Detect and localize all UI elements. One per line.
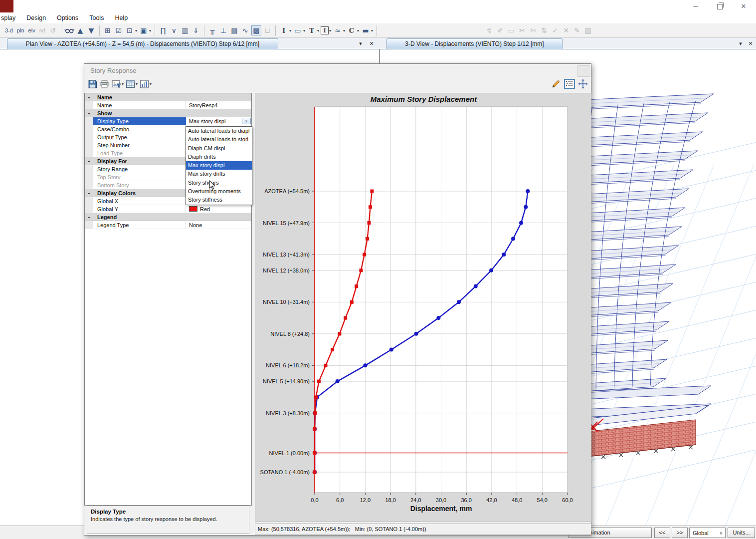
dropdown-arrow-icon[interactable]: ▾	[371, 28, 373, 33]
chart-icon[interactable]	[138, 78, 150, 90]
lightning-icon: ↯	[484, 25, 494, 35]
pencil-icon[interactable]	[550, 78, 562, 90]
property-row-name[interactable]: NameStoryResp4	[85, 101, 251, 109]
i-section-icon[interactable]: I	[279, 25, 289, 35]
property-value[interactable]: Max story displ∨	[186, 117, 251, 125]
dropdown-item-max-story-drifts[interactable]: Max story drifts	[186, 170, 252, 178]
dropdown-item-diaph-drifts[interactable]: Diaph drifts	[186, 153, 252, 161]
truss-section-icon[interactable]: ≈	[333, 25, 343, 35]
property-label: Legend Type	[93, 221, 186, 229]
collapse-chevron-icon[interactable]: ⌄	[85, 93, 93, 101]
property-row-display-type[interactable]: Display TypeMax story displ∨	[85, 117, 251, 125]
dropdown-arrow-icon[interactable]: ▾	[135, 28, 137, 33]
close-icon[interactable]: ✕	[736, 2, 751, 11]
load-arrows-icon[interactable]: ⇓	[191, 25, 201, 35]
tab-plan-view[interactable]: Plan View - AZOTEA (+54.5m) - Z = 54,5 (…	[7, 38, 278, 49]
dialog-corner-button[interactable]	[577, 65, 590, 77]
collapse-chevron-icon[interactable]: ⌄	[85, 213, 93, 221]
tab-menu-icon-right[interactable]: ▾	[736, 39, 745, 48]
dropdown-item-story-shears[interactable]: Story shears	[186, 179, 252, 187]
dropdown-arrow-icon[interactable]: ▾	[303, 28, 305, 33]
dropdown-item-max-story-displ[interactable]: Max story displ	[186, 161, 252, 170]
dropdown-item-diaph-cm-displ[interactable]: Diaph CM displ	[186, 144, 252, 153]
arrow-down-icon[interactable]: ▼	[86, 25, 96, 35]
property-value-text: StoryResp4	[189, 101, 217, 109]
solid-cube-icon[interactable]: ▣	[139, 25, 149, 35]
dropdown-arrow-icon[interactable]: ▾	[122, 82, 124, 86]
view-3d-button[interactable]: 3-d	[3, 26, 14, 34]
tab-close-icon[interactable]: ✕	[367, 39, 376, 48]
menu-item-splay[interactable]: splay	[0, 14, 21, 21]
minimize-icon[interactable]: ─	[688, 2, 703, 11]
dropdown-arrow-icon[interactable]: ▾	[150, 82, 152, 86]
tab-close-icon-right[interactable]: ✕	[746, 39, 755, 48]
property-row-legend-type[interactable]: Legend TypeNone	[85, 221, 251, 229]
dropdown-arrow-icon[interactable]: ▾	[317, 28, 319, 33]
draw-joint-icon[interactable]: ∨	[169, 25, 179, 35]
step-prev-button[interactable]: <<	[654, 528, 670, 538]
menu-item-tools[interactable]: Tools	[84, 14, 109, 21]
dropdown-arrow-icon[interactable]: ▾	[149, 28, 151, 33]
pan-icon[interactable]	[577, 78, 589, 90]
extrude-icon[interactable]: ⊡	[125, 25, 135, 35]
dropdown-item-auto-lateral-loads-to-stori[interactable]: Auto lateral loads to stori	[186, 135, 252, 144]
texture-icon[interactable]: ▩	[251, 25, 261, 35]
print-icon[interactable]	[98, 78, 110, 90]
arrow-up-icon[interactable]: ▲	[75, 25, 85, 35]
hull-icon: ⊔	[262, 25, 272, 35]
dropdown-arrow-icon[interactable]: ▾	[357, 28, 359, 33]
property-group-show[interactable]: ⌄Show	[85, 109, 251, 117]
dropdown-item-overturning-moments[interactable]: Overturning moments	[186, 187, 252, 196]
property-row-global-y[interactable]: Global YRed	[85, 205, 251, 213]
collapse-chevron-icon[interactable]: ⌄	[85, 157, 93, 165]
bar-section-icon[interactable]: ▬	[361, 25, 371, 35]
collapse-chevron-icon[interactable]: ⌄	[85, 109, 93, 117]
export-image-icon[interactable]	[110, 78, 122, 90]
pin-support-icon[interactable]: ⊥	[218, 25, 228, 35]
chart-panel: AZOTEA (+54.5m)NIVEL 15 (+47.9m)NIVEL 13…	[255, 93, 591, 522]
view-plan-button[interactable]: pln	[15, 26, 26, 34]
dropdown-arrow-icon[interactable]: ▾	[289, 28, 291, 33]
property-value[interactable]: Red	[186, 205, 251, 213]
property-group-legend[interactable]: ⌄Legend	[85, 213, 251, 221]
property-group-name[interactable]: ⌄Name	[85, 93, 251, 101]
dropdown-arrow-icon[interactable]: ▾	[136, 82, 138, 86]
table-icon[interactable]	[124, 78, 136, 90]
property-value[interactable]: StoryResp4	[186, 101, 251, 109]
checkbox-icon[interactable]: ☑	[114, 25, 124, 35]
slab-icon[interactable]: ▤	[229, 25, 239, 35]
save-icon[interactable]	[86, 78, 98, 90]
svg-text:NIVEL 12 (+38.0m): NIVEL 12 (+38.0m)	[263, 268, 310, 273]
menu-item-help[interactable]: Help	[109, 14, 133, 21]
svg-text:24,0: 24,0	[410, 497, 421, 503]
restore-icon[interactable]	[717, 4, 723, 9]
draw-wall-icon[interactable]: ▥	[180, 25, 190, 35]
t-section-icon[interactable]: T	[307, 25, 317, 35]
tab-menu-icon[interactable]: ▾	[356, 39, 365, 48]
dropdown-arrow-icon[interactable]: ▾	[343, 28, 345, 33]
boxed-i-section-icon[interactable]: I	[321, 26, 329, 34]
tab-3d-view[interactable]: 3-D View - Displacements (VIENTO) Step 1…	[386, 38, 563, 49]
combo-dropdown-button[interactable]: ∨	[242, 118, 251, 124]
view-elevation-button[interactable]: elv	[27, 26, 37, 34]
step-next-button[interactable]: >>	[672, 528, 688, 538]
menu-item-options[interactable]: Options	[51, 14, 84, 21]
c-section-icon[interactable]: C	[347, 25, 357, 35]
select-corners-icon[interactable]: ⊞	[103, 25, 113, 35]
dropdown-item-story-stiffness[interactable]: Story stiffness	[186, 196, 252, 204]
dropdown-item-auto-lateral-loads-to-diapl[interactable]: Auto lateral loads to diapl	[186, 127, 252, 135]
menu-item-design[interactable]: Design	[21, 14, 51, 21]
h-frame-icon[interactable]: ╥	[207, 25, 217, 35]
dropdown-arrow-icon[interactable]: ▾	[329, 28, 331, 33]
portal-frame-icon[interactable]: ∏	[158, 25, 168, 35]
glasses-icon[interactable]	[64, 25, 74, 35]
svg-text:36,0: 36,0	[461, 497, 471, 503]
collapse-chevron-icon[interactable]: ⌄	[85, 189, 93, 197]
rect-section-icon[interactable]: ▭	[293, 25, 303, 35]
units-button[interactable]: Units...	[728, 528, 755, 538]
cut-b-icon: ✄	[528, 25, 538, 35]
property-value[interactable]: None	[186, 221, 251, 229]
coord-system-select[interactable]: Global ∨	[689, 528, 726, 538]
list-settings-icon[interactable]	[564, 78, 575, 90]
cable-icon[interactable]: ∿	[240, 25, 250, 35]
